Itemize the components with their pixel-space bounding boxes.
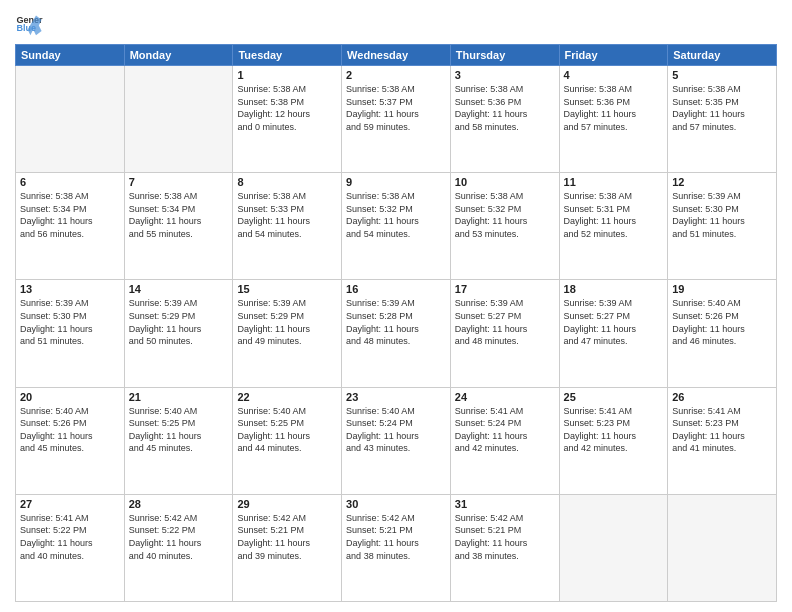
day-info: Sunrise: 5:40 AMSunset: 5:26 PMDaylight:… — [672, 297, 772, 347]
weekday-friday: Friday — [559, 45, 668, 66]
calendar-cell: 13Sunrise: 5:39 AMSunset: 5:30 PMDayligh… — [16, 280, 125, 387]
calendar-cell: 6Sunrise: 5:38 AMSunset: 5:34 PMDaylight… — [16, 173, 125, 280]
day-info: Sunrise: 5:39 AMSunset: 5:29 PMDaylight:… — [129, 297, 229, 347]
calendar-cell: 16Sunrise: 5:39 AMSunset: 5:28 PMDayligh… — [342, 280, 451, 387]
day-number: 25 — [564, 391, 664, 403]
calendar-table: SundayMondayTuesdayWednesdayThursdayFrid… — [15, 44, 777, 602]
logo-icon: General Blue — [15, 10, 43, 38]
calendar-cell: 15Sunrise: 5:39 AMSunset: 5:29 PMDayligh… — [233, 280, 342, 387]
day-number: 24 — [455, 391, 555, 403]
day-number: 28 — [129, 498, 229, 510]
day-number: 31 — [455, 498, 555, 510]
day-number: 10 — [455, 176, 555, 188]
day-info: Sunrise: 5:42 AMSunset: 5:21 PMDaylight:… — [237, 512, 337, 562]
calendar-cell — [124, 66, 233, 173]
day-info: Sunrise: 5:41 AMSunset: 5:23 PMDaylight:… — [564, 405, 664, 455]
day-number: 21 — [129, 391, 229, 403]
header: General Blue — [15, 10, 777, 38]
day-info: Sunrise: 5:41 AMSunset: 5:24 PMDaylight:… — [455, 405, 555, 455]
calendar-cell: 5Sunrise: 5:38 AMSunset: 5:35 PMDaylight… — [668, 66, 777, 173]
day-number: 14 — [129, 283, 229, 295]
day-info: Sunrise: 5:40 AMSunset: 5:25 PMDaylight:… — [237, 405, 337, 455]
day-info: Sunrise: 5:38 AMSunset: 5:36 PMDaylight:… — [455, 83, 555, 133]
calendar-cell: 8Sunrise: 5:38 AMSunset: 5:33 PMDaylight… — [233, 173, 342, 280]
day-number: 16 — [346, 283, 446, 295]
day-number: 26 — [672, 391, 772, 403]
day-number: 23 — [346, 391, 446, 403]
week-row-1: 1Sunrise: 5:38 AMSunset: 5:38 PMDaylight… — [16, 66, 777, 173]
calendar-cell: 9Sunrise: 5:38 AMSunset: 5:32 PMDaylight… — [342, 173, 451, 280]
calendar-cell — [16, 66, 125, 173]
day-number: 3 — [455, 69, 555, 81]
calendar-cell — [668, 494, 777, 601]
calendar-cell: 10Sunrise: 5:38 AMSunset: 5:32 PMDayligh… — [450, 173, 559, 280]
day-number: 22 — [237, 391, 337, 403]
day-number: 8 — [237, 176, 337, 188]
calendar-cell: 30Sunrise: 5:42 AMSunset: 5:21 PMDayligh… — [342, 494, 451, 601]
day-info: Sunrise: 5:39 AMSunset: 5:27 PMDaylight:… — [455, 297, 555, 347]
day-number: 29 — [237, 498, 337, 510]
day-number: 6 — [20, 176, 120, 188]
weekday-saturday: Saturday — [668, 45, 777, 66]
weekday-sunday: Sunday — [16, 45, 125, 66]
day-info: Sunrise: 5:39 AMSunset: 5:27 PMDaylight:… — [564, 297, 664, 347]
day-info: Sunrise: 5:41 AMSunset: 5:23 PMDaylight:… — [672, 405, 772, 455]
day-number: 17 — [455, 283, 555, 295]
day-number: 1 — [237, 69, 337, 81]
day-info: Sunrise: 5:42 AMSunset: 5:21 PMDaylight:… — [346, 512, 446, 562]
day-info: Sunrise: 5:39 AMSunset: 5:29 PMDaylight:… — [237, 297, 337, 347]
day-info: Sunrise: 5:40 AMSunset: 5:26 PMDaylight:… — [20, 405, 120, 455]
calendar-cell: 28Sunrise: 5:42 AMSunset: 5:22 PMDayligh… — [124, 494, 233, 601]
day-info: Sunrise: 5:40 AMSunset: 5:24 PMDaylight:… — [346, 405, 446, 455]
day-number: 30 — [346, 498, 446, 510]
calendar-cell: 1Sunrise: 5:38 AMSunset: 5:38 PMDaylight… — [233, 66, 342, 173]
day-info: Sunrise: 5:38 AMSunset: 5:32 PMDaylight:… — [455, 190, 555, 240]
calendar-cell: 11Sunrise: 5:38 AMSunset: 5:31 PMDayligh… — [559, 173, 668, 280]
calendar-cell: 12Sunrise: 5:39 AMSunset: 5:30 PMDayligh… — [668, 173, 777, 280]
calendar-cell — [559, 494, 668, 601]
weekday-tuesday: Tuesday — [233, 45, 342, 66]
calendar-cell: 2Sunrise: 5:38 AMSunset: 5:37 PMDaylight… — [342, 66, 451, 173]
day-info: Sunrise: 5:38 AMSunset: 5:38 PMDaylight:… — [237, 83, 337, 133]
day-info: Sunrise: 5:38 AMSunset: 5:35 PMDaylight:… — [672, 83, 772, 133]
weekday-wednesday: Wednesday — [342, 45, 451, 66]
day-number: 27 — [20, 498, 120, 510]
calendar-cell: 20Sunrise: 5:40 AMSunset: 5:26 PMDayligh… — [16, 387, 125, 494]
calendar-cell: 19Sunrise: 5:40 AMSunset: 5:26 PMDayligh… — [668, 280, 777, 387]
day-info: Sunrise: 5:39 AMSunset: 5:28 PMDaylight:… — [346, 297, 446, 347]
day-info: Sunrise: 5:40 AMSunset: 5:25 PMDaylight:… — [129, 405, 229, 455]
day-info: Sunrise: 5:41 AMSunset: 5:22 PMDaylight:… — [20, 512, 120, 562]
day-number: 20 — [20, 391, 120, 403]
day-info: Sunrise: 5:38 AMSunset: 5:37 PMDaylight:… — [346, 83, 446, 133]
week-row-5: 27Sunrise: 5:41 AMSunset: 5:22 PMDayligh… — [16, 494, 777, 601]
calendar-cell: 26Sunrise: 5:41 AMSunset: 5:23 PMDayligh… — [668, 387, 777, 494]
calendar-cell: 22Sunrise: 5:40 AMSunset: 5:25 PMDayligh… — [233, 387, 342, 494]
week-row-4: 20Sunrise: 5:40 AMSunset: 5:26 PMDayligh… — [16, 387, 777, 494]
day-number: 11 — [564, 176, 664, 188]
day-number: 2 — [346, 69, 446, 81]
weekday-thursday: Thursday — [450, 45, 559, 66]
weekday-header-row: SundayMondayTuesdayWednesdayThursdayFrid… — [16, 45, 777, 66]
calendar-cell: 4Sunrise: 5:38 AMSunset: 5:36 PMDaylight… — [559, 66, 668, 173]
day-info: Sunrise: 5:38 AMSunset: 5:31 PMDaylight:… — [564, 190, 664, 240]
calendar-cell: 18Sunrise: 5:39 AMSunset: 5:27 PMDayligh… — [559, 280, 668, 387]
calendar-cell: 21Sunrise: 5:40 AMSunset: 5:25 PMDayligh… — [124, 387, 233, 494]
week-row-3: 13Sunrise: 5:39 AMSunset: 5:30 PMDayligh… — [16, 280, 777, 387]
calendar-cell: 27Sunrise: 5:41 AMSunset: 5:22 PMDayligh… — [16, 494, 125, 601]
logo: General Blue — [15, 10, 43, 38]
day-number: 9 — [346, 176, 446, 188]
day-info: Sunrise: 5:38 AMSunset: 5:34 PMDaylight:… — [20, 190, 120, 240]
calendar-cell: 29Sunrise: 5:42 AMSunset: 5:21 PMDayligh… — [233, 494, 342, 601]
day-number: 7 — [129, 176, 229, 188]
calendar-cell: 23Sunrise: 5:40 AMSunset: 5:24 PMDayligh… — [342, 387, 451, 494]
day-number: 19 — [672, 283, 772, 295]
day-info: Sunrise: 5:39 AMSunset: 5:30 PMDaylight:… — [672, 190, 772, 240]
day-number: 4 — [564, 69, 664, 81]
calendar-cell: 25Sunrise: 5:41 AMSunset: 5:23 PMDayligh… — [559, 387, 668, 494]
day-number: 13 — [20, 283, 120, 295]
day-info: Sunrise: 5:42 AMSunset: 5:22 PMDaylight:… — [129, 512, 229, 562]
day-number: 5 — [672, 69, 772, 81]
calendar-cell: 17Sunrise: 5:39 AMSunset: 5:27 PMDayligh… — [450, 280, 559, 387]
day-info: Sunrise: 5:38 AMSunset: 5:34 PMDaylight:… — [129, 190, 229, 240]
day-info: Sunrise: 5:38 AMSunset: 5:36 PMDaylight:… — [564, 83, 664, 133]
